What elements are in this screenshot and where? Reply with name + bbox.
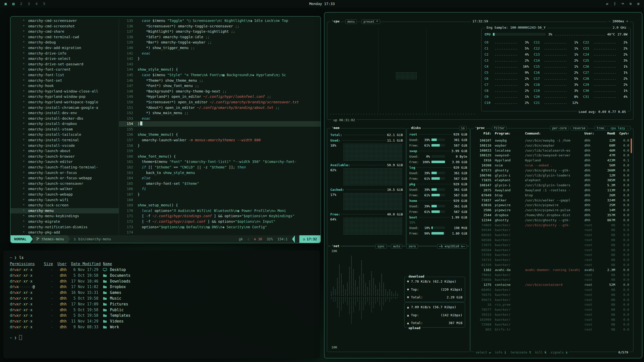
code-line[interactable]: 174: [119, 230, 320, 235]
proc-action-signals[interactable]: signals s: [550, 350, 568, 354]
process-row[interactable]: 74733kworker/root0B0.0: [473, 257, 629, 262]
code-line[interactable]: 162 if [[ "$theme" == "CNCLD" || -z "$th…: [119, 165, 320, 170]
file-item[interactable]: *omarchy-font-list: [11, 72, 119, 78]
process-row[interactable]: 95673kworker/root0B0.0: [473, 297, 629, 302]
net-interface-button[interactable]: ←b enp191s0 n→: [437, 244, 467, 249]
header-pid[interactable]: Pid:: [473, 131, 491, 135]
file-item[interactable]: *omarchy-font-set: [11, 78, 119, 83]
process-row[interactable]: 1275containe/usr/bin/containerdroot52M0.…: [473, 282, 629, 287]
keyboard-icon[interactable]: ⌨: [622, 2, 624, 6]
file-item[interactable]: *omarchy-launch-editor: [11, 159, 119, 165]
process-row[interactable]: 68583kworker/root0B0.0: [473, 233, 629, 238]
process-row[interactable]: 94540kworker/root0B0.0: [473, 228, 629, 233]
file-item[interactable]: *omarchy-hyprland-workspace-toggle: [11, 100, 119, 105]
process-row[interactable]: 73703kworker/root0B0.0: [473, 252, 629, 257]
file-item[interactable]: *omarchy-install-docker-dbs: [11, 116, 119, 121]
file-item[interactable]: *omarchy-font-current: [11, 67, 119, 72]
mem-panel-title[interactable]: ²mem: [330, 126, 341, 130]
file-item[interactable]: *omarchy-launch-about: [11, 148, 119, 154]
code-line[interactable]: 171 [ -f ~/.config/hypr/bindings.conf ] …: [119, 213, 320, 219]
file-item[interactable]: *omarchy-launch-walker: [11, 186, 119, 192]
code-line[interactable]: 168: [119, 197, 320, 203]
process-row[interactable]: 71835elephantelephantdhh385M0.0: [473, 178, 629, 183]
file-item[interactable]: *omarchy-drive-info: [11, 51, 119, 56]
code-line[interactable]: 154}: [119, 121, 320, 127]
file-item[interactable]: *omarchy-cmd-terminal-cwd: [11, 34, 119, 40]
process-row[interactable]: 102099kworker/root0B0.0: [473, 317, 629, 322]
process-row[interactable]: 87649btopbtopdhh26M0.0: [473, 193, 629, 198]
file-item[interactable]: *omarchy-dev-add-migration: [11, 45, 119, 51]
process-row[interactable]: 79032kworker/root0B0.0: [473, 273, 629, 278]
code-line[interactable]: 161 theme=$(menu "Font" "$(omarchy-font-…: [119, 159, 320, 165]
header-mem[interactable]: MemB: [600, 131, 615, 135]
net-tab-auto[interactable]: auto: [391, 244, 402, 249]
proc-action-info[interactable]: info i: [495, 350, 506, 354]
header-program[interactable]: Program:: [491, 131, 523, 135]
code-line[interactable]: 146 *Theme*) show_theme_menu ;;: [119, 78, 320, 83]
proc-action-select[interactable]: select ↵: [476, 350, 491, 354]
process-row[interactable]: 74869kworker//usr/bin/ghostty --gtk-root…: [473, 223, 629, 228]
gear-icon[interactable]: ⚙: [637, 2, 639, 6]
proc-scrollbar[interactable]: [631, 139, 632, 153]
header-cpu[interactable]: Cpu%↑: [615, 131, 629, 135]
cpu-panel-title[interactable]: ¹cpu: [330, 19, 341, 23]
process-row[interactable]: 803btrfs-trroot0B0.0: [473, 327, 629, 332]
file-item[interactable]: *omarchy-menu: [11, 208, 119, 214]
code-line[interactable]: 157 omarchy-launch-walker -m menus:omarc…: [119, 138, 320, 143]
process-row[interactable]: 76575kworker/root0B0.0: [473, 292, 629, 297]
file-item[interactable]: *omarchy-launch-wifi: [11, 197, 119, 203]
file-item[interactable]: *omarchy-lock-screen: [11, 203, 119, 208]
file-item[interactable]: *omarchy-drive-set-password: [11, 62, 119, 67]
file-item[interactable]: *omarchy-cmd-share: [11, 29, 119, 34]
io-mode-button[interactable]: io: [459, 126, 467, 130]
file-item[interactable]: *omarchy-cmd-screenshot: [11, 24, 119, 29]
workspace-3[interactable]: 3: [28, 2, 30, 6]
file-item[interactable]: *omarchy-install-steam: [11, 127, 119, 132]
file-item[interactable]: *omarchy-install-tailscale: [11, 132, 119, 138]
disks-panel-title[interactable]: disks: [410, 126, 422, 130]
process-row[interactable]: 81310kworker/root0B0.0: [473, 262, 629, 267]
process-row[interactable]: 1916HyprlandHyprlanddhh423M0.1: [473, 158, 629, 163]
code-line[interactable]: 149 *Hyprland*) open_in_editor ~/.config…: [119, 94, 320, 100]
file-item[interactable]: *omarchy-launch-floating-terminal-: [11, 165, 119, 170]
file-item[interactable]: *omarchy-hyprland-window-pop: [11, 94, 119, 100]
file-item[interactable]: *omarchy-launch-webapp: [11, 192, 119, 197]
process-row[interactable]: 2544dropbox/home/dhh/.dropbox-distdhh357…: [473, 213, 629, 218]
code-line[interactable]: 142}: [119, 56, 320, 62]
code-line[interactable]: 139 *Bar*) omarchy-toggle-waybar ;;: [119, 40, 320, 45]
code-line[interactable]: 138 *Idle*) omarchy-toggle-idle ;;: [119, 34, 320, 40]
process-row[interactable]: 68586kworker/root0B0.0: [473, 238, 629, 243]
code-line[interactable]: 151 *About*) open_in_editor ~/.config/om…: [119, 105, 320, 111]
filter-button[interactable]: filter: [492, 126, 507, 130]
code-line[interactable]: 153 esac: [119, 116, 320, 121]
process-row[interactable]: 72088kworker/root0B0.0: [473, 322, 629, 327]
code-line[interactable]: 165 omarchy-font-set "$theme": [119, 181, 320, 187]
process-row[interactable]: 76577kworker/root0B0.0: [473, 307, 629, 312]
process-row[interactable]: 68584kworker/root0B0.0: [473, 248, 629, 253]
file-item[interactable]: *omarchy-install-chromium-google-a: [11, 105, 119, 111]
workspace-5[interactable]: 5: [43, 2, 45, 6]
file-item[interactable]: *omarchy-notification-dismiss: [11, 224, 119, 230]
code-line[interactable]: 159: [119, 148, 320, 154]
proc-option-per-core[interactable]: per-core: [550, 126, 569, 130]
code-line[interactable]: 160show_font_menu() {: [119, 154, 320, 159]
bluetooth-icon[interactable]: ᛒ: [614, 2, 616, 6]
file-item[interactable]: *omarchy-pkg-add: [11, 230, 119, 235]
net-panel-title[interactable]: ³net: [330, 244, 341, 248]
process-row[interactable]: 108147glycin-i/usr/lib/glycin-loadersdhh…: [473, 183, 629, 188]
code-line[interactable]: 172 [ -f ~/.config/hypr/input.conf ] && …: [119, 219, 320, 224]
terminal-app-icon[interactable]: ▣: [5, 2, 7, 6]
file-item[interactable]: *omarchy-install-dropbox: [11, 121, 119, 127]
process-row[interactable]: 108125swayosd-/usr/lib/swayosd-serverdhh…: [473, 153, 629, 158]
preset-button[interactable]: preset *: [361, 19, 380, 24]
code-line[interactable]: 135 case $(menu "Toggle" "▢ Screensaver\…: [119, 18, 320, 24]
process-row[interactable]: 1162avahi-daavahi-daemon: running [avahi…: [473, 267, 629, 273]
code-line[interactable]: 169show_setup_menu() {: [119, 203, 320, 208]
code-line[interactable]: 173 options="$options\n▤ Defaults\n▤ DNS…: [119, 224, 320, 230]
proc-option-tree[interactable]: tree: [595, 126, 606, 130]
update-interval-control[interactable]: - 2000ms +: [607, 19, 630, 23]
window-app-icon[interactable]: ▤: [12, 2, 15, 6]
header-command[interactable]: Command:: [523, 131, 584, 135]
process-row[interactable]: 71837walker/usr/bin/walker --gappldhh324…: [473, 198, 629, 203]
code-line[interactable]: 143: [119, 62, 320, 67]
